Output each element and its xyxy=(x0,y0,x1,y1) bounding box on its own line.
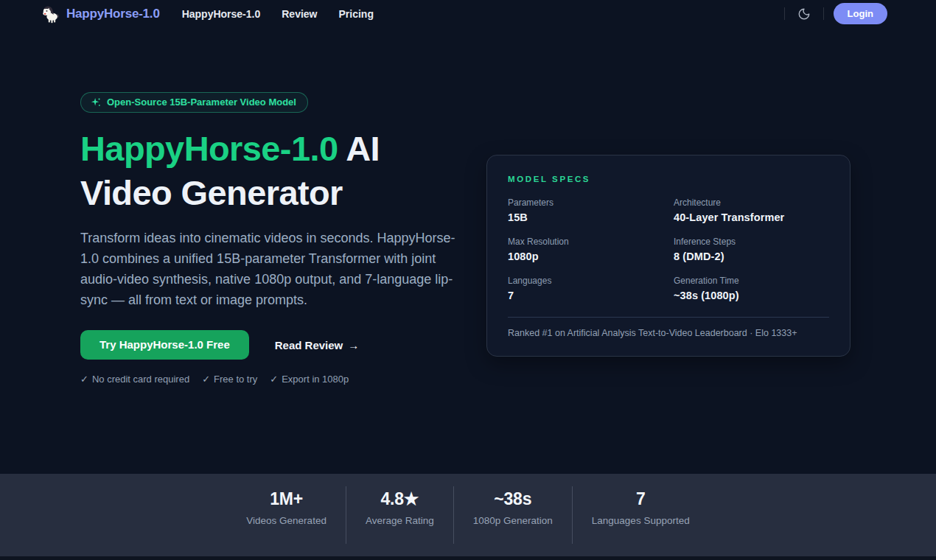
check-icon: ✓ xyxy=(270,374,278,385)
stats-band: 1M+ Videos Generated 4.8★ Average Rating… xyxy=(0,474,936,556)
brand-name: HappyHorse-1.0 xyxy=(66,7,160,21)
spec-value: 40-Layer Transformer xyxy=(674,211,829,223)
spec-generation-time: Generation Time ~38s (1080p) xyxy=(674,276,829,301)
hero-content: Open-Source 15B-Parameter Video Model Ha… xyxy=(80,27,482,385)
arrow-right-icon: → xyxy=(348,339,359,351)
model-specs-card: MODEL SPECS Parameters 15B Architecture … xyxy=(486,155,851,357)
check-label: Export in 1080p xyxy=(282,374,349,385)
page-title-line2: Video Generator xyxy=(80,173,343,212)
spec-parameters: Parameters 15B xyxy=(508,197,674,223)
spec-label: Inference Steps xyxy=(674,237,829,247)
check-item: ✓No credit card required xyxy=(80,374,189,385)
stat-average-rating: 4.8★ Average Rating xyxy=(346,486,453,544)
stat-languages-supported: 7 Languages Supported xyxy=(572,486,709,544)
check-item: ✓Free to try xyxy=(202,374,257,385)
nav-item-review[interactable]: Review xyxy=(282,8,317,20)
header: HappyHorse-1.0 HappyHorse-1.0 Review Pri… xyxy=(0,0,936,27)
try-free-button[interactable]: Try HappyHorse-1.0 Free xyxy=(80,330,249,360)
nav-item-happyhorse[interactable]: HappyHorse-1.0 xyxy=(182,8,261,20)
page-title-rest: AI xyxy=(338,129,380,168)
login-button[interactable]: Login xyxy=(834,3,887,24)
page-title-highlight: HappyHorse-1.0 xyxy=(80,129,338,168)
spec-value: ~38s (1080p) xyxy=(674,290,829,301)
horse-icon xyxy=(41,4,60,24)
check-icon: ✓ xyxy=(80,374,88,385)
stat-label: 1080p Generation xyxy=(473,515,553,526)
check-label: No credit card required xyxy=(92,374,189,385)
stat-value: 1M+ xyxy=(246,489,326,509)
header-actions: Login xyxy=(784,3,887,24)
stat-generation-speed: ~38s 1080p Generation xyxy=(453,486,572,544)
feature-checks: ✓No credit card required ✓Free to try ✓E… xyxy=(80,374,482,385)
sparkles-icon xyxy=(91,97,101,108)
check-icon: ✓ xyxy=(202,374,210,385)
stat-label: Average Rating xyxy=(366,515,434,526)
spec-value: 1080p xyxy=(508,251,674,262)
hero-description: Transform ideas into cinematic videos in… xyxy=(80,228,469,310)
check-label: Free to try xyxy=(214,374,257,385)
spec-label: Generation Time xyxy=(674,276,829,286)
spec-label: Architecture xyxy=(674,197,829,208)
nav-item-pricing[interactable]: Pricing xyxy=(338,8,373,20)
check-item: ✓Export in 1080p xyxy=(270,374,349,385)
spec-value: 7 xyxy=(508,290,674,301)
read-review-link[interactable]: Read Review→ xyxy=(275,339,360,351)
stat-value: ~38s xyxy=(473,489,553,509)
stat-label: Videos Generated xyxy=(246,515,326,526)
stat-value: 4.8★ xyxy=(366,489,434,509)
moon-icon xyxy=(797,7,811,21)
specs-footnote: Ranked #1 on Artificial Analysis Text-to… xyxy=(508,317,829,338)
specs-card-title: MODEL SPECS xyxy=(508,175,829,183)
spec-architecture: Architecture 40-Layer Transformer xyxy=(674,197,829,223)
cta-row: Try HappyHorse-1.0 Free Read Review→ xyxy=(80,330,482,360)
stat-value: 7 xyxy=(592,489,690,509)
divider xyxy=(784,7,785,20)
spec-value: 8 (DMD-2) xyxy=(674,251,829,262)
spec-max-resolution: Max Resolution 1080p xyxy=(508,237,674,262)
read-review-label: Read Review xyxy=(275,339,343,351)
spec-inference-steps: Inference Steps 8 (DMD-2) xyxy=(674,237,829,262)
stat-label: Languages Supported xyxy=(592,515,690,526)
brand[interactable]: HappyHorse-1.0 xyxy=(41,4,160,24)
spec-label: Languages xyxy=(508,276,674,286)
spec-value: 15B xyxy=(508,211,674,223)
hero-section: Open-Source 15B-Parameter Video Model Ha… xyxy=(0,27,936,474)
page-title: HappyHorse-1.0 AIVideo Generator xyxy=(80,127,482,215)
theme-toggle-button[interactable] xyxy=(794,4,814,24)
stat-videos-generated: 1M+ Videos Generated xyxy=(227,486,346,544)
spec-label: Parameters xyxy=(508,197,674,208)
specs-grid: Parameters 15B Architecture 40-Layer Tra… xyxy=(508,197,829,301)
next-section-edge xyxy=(0,556,936,560)
spec-label: Max Resolution xyxy=(508,237,674,247)
spec-languages: Languages 7 xyxy=(508,276,674,301)
hero-badge-label: Open-Source 15B-Parameter Video Model xyxy=(107,97,296,108)
hero-badge: Open-Source 15B-Parameter Video Model xyxy=(80,92,308,113)
divider xyxy=(823,7,824,20)
main-nav: HappyHorse-1.0 Review Pricing xyxy=(182,8,374,20)
